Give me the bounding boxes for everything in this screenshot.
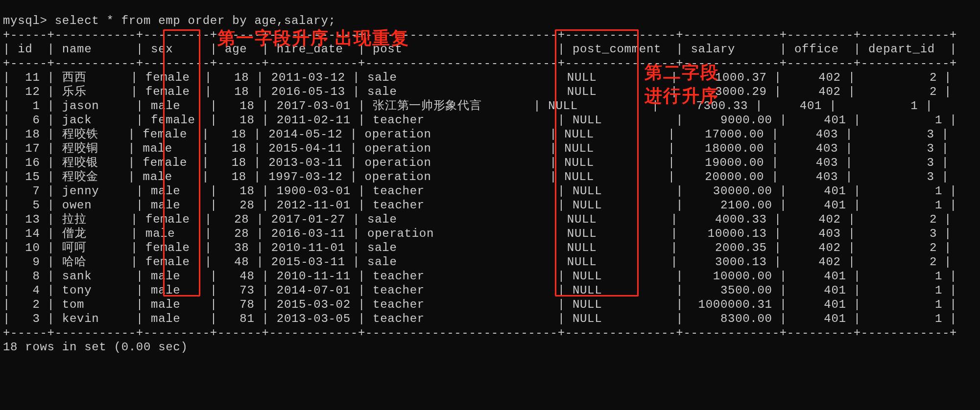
annotation-second-field-line2: 进行升序 <box>645 84 719 108</box>
mysql-terminal-output: mysql> select * from emp order by age,sa… <box>0 12 980 354</box>
annotation-first-field-asc-duplicate: 第一字段升序 出现重复 <box>217 26 409 50</box>
annotation-second-field-line1: 第二字段 <box>645 61 719 85</box>
